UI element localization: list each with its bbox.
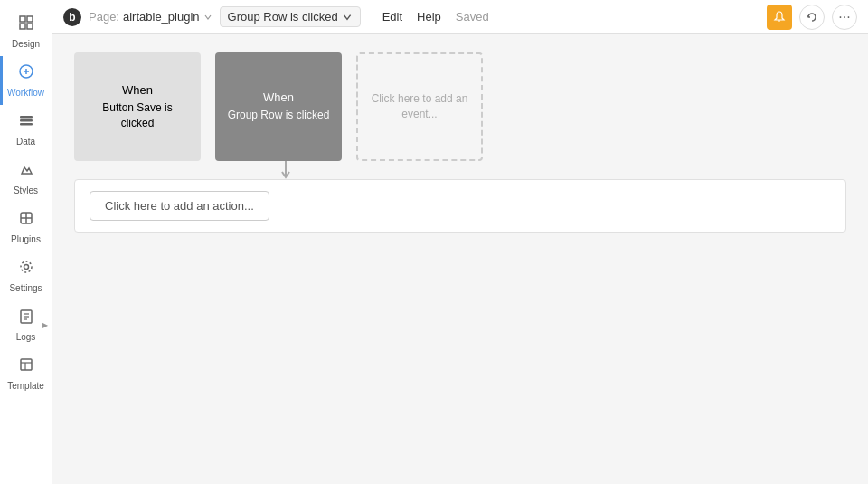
page-selector[interactable]: Page: airtable_plugin [89,10,212,24]
undo-button[interactable] [799,5,825,30]
event-card-add[interactable]: Click here to add an event... [356,52,483,161]
svg-rect-3 [27,24,33,29]
page-dropdown-icon [203,13,212,22]
sidebar-item-styles[interactable]: Styles [0,154,52,203]
workflow-canvas: When Button Save is clicked When Group R… [52,34,868,484]
page-label: Page: [89,10,119,24]
svg-rect-7 [20,116,33,119]
sidebar-label-workflow: Workflow [7,88,44,98]
topbar-right: ··· [767,5,857,30]
logs-arrow-icon: ▶ [42,321,48,329]
sidebar-label-logs: Logs [16,332,36,342]
undo-icon [806,11,818,24]
event-desc-1: Button Save is clicked [85,100,190,131]
add-action-button[interactable]: Click here to add an action... [90,191,269,221]
svg-rect-8 [20,119,33,122]
topbar: b Page: airtable_plugin Group Row is cli… [52,0,868,34]
sidebar-item-workflow[interactable]: Workflow [0,56,52,105]
plugins-icon [18,210,34,231]
topbar-nav: Edit Help [382,10,441,24]
sidebar: Design Workflow Data Styles [0,0,52,484]
event-desc-3: Click here to add an event... [369,91,470,122]
design-icon [18,14,34,35]
sidebar-item-design[interactable]: Design [0,7,52,56]
workflow-icon [18,63,34,84]
more-options-button[interactable]: ··· [832,5,857,30]
notification-button[interactable] [767,5,792,30]
event-desc-2: Group Row is clicked [228,108,330,123]
sidebar-item-template[interactable]: Template [0,349,52,398]
sidebar-label-template: Template [7,381,44,391]
main-content: b Page: airtable_plugin Group Row is cli… [52,0,868,484]
sidebar-item-settings[interactable]: Settings [0,251,52,300]
help-nav-item[interactable]: Help [417,10,441,24]
event-dropdown-label: Group Row is clicked [228,10,338,24]
sidebar-item-plugins[interactable]: Plugins [0,203,52,251]
svg-point-14 [21,261,32,272]
svg-rect-0 [20,16,25,22]
event-dropdown[interactable]: Group Row is clicked [220,6,361,27]
edit-nav-item[interactable]: Edit [382,10,402,24]
sidebar-item-logs[interactable]: Logs ▶ [0,300,52,349]
sidebar-label-styles: Styles [14,185,38,195]
event-card-group-row[interactable]: When Group Row is clicked [215,52,342,161]
data-icon [18,112,34,133]
template-icon [18,356,34,377]
app-logo: b [63,8,81,26]
sidebar-label-data: Data [16,137,35,147]
svg-point-13 [24,265,28,270]
connector-arrow [74,161,846,179]
page-name: airtable_plugin [123,10,200,24]
sidebar-label-plugins: Plugins [11,234,41,244]
down-arrow-icon [278,161,293,179]
sidebar-item-data[interactable]: Data [0,105,52,154]
svg-rect-1 [27,16,33,22]
bell-icon [773,11,786,24]
styles-icon [18,161,34,182]
event-when-label-1: When [122,83,153,97]
sidebar-label-design: Design [12,39,40,49]
dropdown-chevron-icon [342,12,353,23]
settings-icon [18,259,34,280]
svg-rect-2 [20,24,25,29]
sidebar-label-settings: Settings [9,283,42,293]
svg-rect-9 [20,123,33,126]
logs-icon [18,308,34,328]
events-row: When Button Save is clicked When Group R… [74,52,846,161]
svg-rect-19 [21,359,32,370]
event-when-label-2: When [263,90,294,104]
event-card-button-save[interactable]: When Button Save is clicked [74,52,201,161]
action-area: Click here to add an action... [74,179,846,233]
saved-status: Saved [456,10,489,24]
